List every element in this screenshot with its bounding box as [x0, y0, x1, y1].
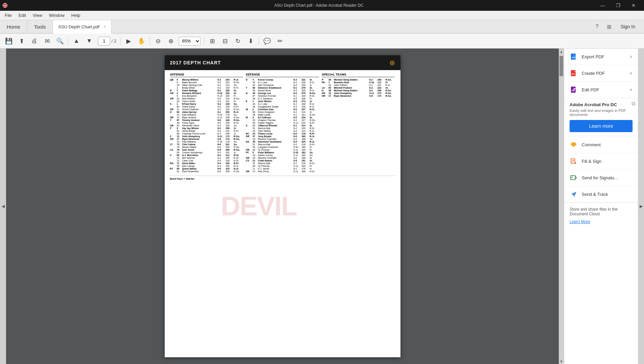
prev-page-button[interactable]: ▲ [70, 35, 83, 47]
table-row: M 3 DJ Calhoun 6-0 234 Sr. [246, 116, 319, 119]
table-row: 88 Cequhay French-Love 6-4 246 Jr. [170, 132, 243, 135]
create-pdf-icon: PDF+ [570, 69, 578, 77]
table-row: C 65 A.J. McCollum 6-2 311 R-Sr. [170, 154, 243, 156]
create-pdf-item[interactable]: PDF+ Create PDF ∨ [564, 65, 638, 82]
table-row: 79 Mason Walter 6-5 300 R-So. [170, 146, 243, 148]
svg-text:+: + [574, 70, 576, 72]
table-row: 31 Marcus Ball 6-2 218 R-Sr. [246, 143, 319, 146]
close-button[interactable]: ✕ [626, 0, 641, 11]
learn-more-button[interactable]: Learn more [570, 120, 633, 132]
toolbar-sep-2 [120, 37, 121, 45]
table-row: R 7 Kalen Ballage 6-2 225 Sr. [170, 89, 243, 92]
edit-pdf-item[interactable]: PDF Edit PDF ∧ [564, 82, 638, 98]
scroll-down-button[interactable]: ▼ [559, 359, 564, 364]
download-button[interactable]: ⬇ [245, 35, 257, 47]
copy-icon[interactable]: ⧉ [632, 101, 635, 107]
vertical-scrollbar[interactable]: ▲ ▼ [559, 49, 564, 364]
special-teams-column: SPECIAL TEAMS P 36 Michael Sleep-Dalton … [322, 73, 395, 173]
toolbar: 💾 ⬆ 🖨 ✉ 🔍 ▲ ▼ / 2 ▶ ✋ ⊖ ⊕ 50% 60% 65% 75… [0, 34, 644, 49]
next-page-button[interactable]: ▼ [83, 35, 95, 47]
menu-window[interactable]: Window [45, 11, 68, 19]
export-pdf-item[interactable]: PDF Export PDF ∨ [564, 49, 638, 65]
left-panel-collapse[interactable]: ◀ [0, 49, 6, 364]
zoom-out-button[interactable]: ⊖ [152, 35, 164, 47]
search-button[interactable]: 🔍 [54, 35, 66, 47]
hand-tool-button[interactable]: ✋ [135, 35, 148, 47]
tab-home[interactable]: Home [0, 20, 27, 33]
cloud-text: Store and share files in the Document Cl… [570, 207, 633, 216]
pen-button[interactable]: ✏ [274, 35, 286, 47]
table-row: BC 24 Chase Lucas 6-0 178 R-Fr. [246, 132, 319, 135]
table-row: 2 Brady White 6-2 193 R-Fr. [170, 87, 243, 89]
signin-button[interactable]: Sign In [616, 23, 640, 31]
comment-button[interactable]: 💬 [261, 35, 273, 47]
comment-item[interactable]: Comment [564, 136, 638, 153]
edit-pdf-icon: PDF [570, 86, 578, 94]
pdf-document: 2017 DEPTH CHART ⊛ DEVIL OFFENSE QB 5 Ma… [165, 55, 400, 357]
svg-text:A: A [4, 4, 6, 7]
rotate-button[interactable]: ↻ [232, 35, 244, 47]
table-row: OR 14 Ryan Jenkins 5-11 198 R-So. [170, 116, 243, 119]
help-button[interactable]: ? [591, 21, 602, 32]
toolbar-sep-3 [150, 37, 150, 45]
pdf-title: 2017 DEPTH CHART [170, 60, 221, 65]
table-row: 31 Marcus Ball 6-2 220 R-Sr. [246, 127, 319, 129]
tab-file-close[interactable]: × [103, 25, 105, 29]
table-row: PK 1 Brandon Ruiz 5-10 171 Fr. [322, 81, 395, 84]
table-row: LT 73 Cohl Cabral 6-6 291 So. [170, 143, 243, 146]
tools-panel-button[interactable]: ⊞ [604, 21, 614, 32]
fill-sign-item[interactable]: Fill & Sign [564, 153, 638, 170]
svg-text:PDF: PDF [572, 73, 575, 75]
table-row: 54 Connor Humphreys 6-3 291 Jr. [170, 151, 243, 154]
table-row: RT 59 Quinn Bailey 6-6 315 R-Jr. [170, 168, 243, 170]
scroll-up-button[interactable]: ▲ [559, 49, 564, 54]
defense-column: DEFENSE D 4 Koron Crump 6-3 222 Sr. 44 A… [246, 73, 319, 173]
menu-view[interactable]: View [29, 11, 45, 19]
table-row: E 1 JaJo Wicker 6-3 273 Jr. [246, 100, 319, 102]
svg-point-9 [571, 142, 576, 146]
page-total: / 2 [111, 38, 116, 43]
minimize-button[interactable]: — [595, 0, 610, 11]
send-track-icon [570, 190, 578, 198]
email-button[interactable]: ✉ [41, 35, 53, 47]
edit-pdf-label: Edit PDF [582, 87, 625, 92]
send-signature-icon [570, 174, 578, 182]
zoom-in-button[interactable]: ⊕ [165, 35, 177, 47]
menu-help[interactable]: Help [68, 11, 84, 19]
tab-tools[interactable]: Tools [27, 20, 53, 33]
zoom-select[interactable]: 50% 60% 65% 75% 100% 125% 150% 200% [179, 37, 200, 46]
send-track-item[interactable]: Send & Track [564, 186, 638, 203]
cloud-learn-more-link[interactable]: Learn More [570, 219, 590, 224]
table-row: T 90 Shannon Smallwood 6-1 279 Sr. [246, 87, 319, 89]
window-controls: — ❐ ✕ [595, 0, 641, 11]
edit-pdf-arrow: ∧ [630, 87, 633, 92]
right-panel: PDF Export PDF ∨ PDF+ Create PDF ∨ PDF E… [564, 49, 638, 364]
send-signature-item[interactable]: Send for Signatu... [564, 170, 638, 186]
table-row: OR 17 Ryan Newsome 5-8 174 R-So. [170, 138, 243, 140]
fill-sign-icon [570, 157, 578, 165]
menu-file[interactable]: File [1, 11, 15, 19]
scroll-thumb[interactable] [559, 56, 563, 76]
fit-width-button[interactable]: ⊟ [219, 35, 231, 47]
print-button[interactable]: 🖨 [28, 35, 40, 47]
maximize-button[interactable]: ❐ [610, 0, 626, 11]
fit-page-button[interactable]: ⊞ [206, 35, 218, 47]
table-row: 10 Kyle Williams 5-10 178 So. [170, 141, 243, 143]
menu-edit[interactable]: Edit [15, 11, 29, 19]
pdf-viewer[interactable]: 2017 DEPTH CHART ⊛ DEVIL OFFENSE QB 5 Ma… [6, 49, 559, 364]
table-row: H 82 Jalea Harvey 6-1 203 R-Jr. [170, 111, 243, 113]
right-panel-collapse[interactable]: ▶ [638, 49, 644, 364]
table-row: 99 Dougblaston Subtyl 6-4 238 R-Jr. [246, 105, 319, 108]
tab-file[interactable]: ASU Depth Chart.pdf × [53, 20, 111, 34]
export-pdf-arrow: ∨ [630, 54, 633, 59]
table-row: S 17 J'Marcus Rhodes 6-1 214 Sr. [246, 124, 319, 127]
pdf-header: 2017 DEPTH CHART ⊛ [165, 55, 400, 70]
tab-tools-label: Tools [34, 24, 46, 30]
table-row: 20 Trelon Smith 5-9 181 Fr. [170, 100, 243, 102]
pdf-columns: OFFENSE QB 5 Manny Wilkins 6-3 200 R-Jr.… [170, 73, 395, 173]
save-button[interactable]: 💾 [3, 35, 15, 47]
upload-button[interactable]: ⬆ [15, 35, 28, 47]
page-input[interactable] [98, 37, 110, 46]
table-row: OR 4 Demario Richard 5-10 220 Sr. [170, 92, 243, 94]
select-tool-button[interactable]: ▶ [123, 35, 135, 47]
